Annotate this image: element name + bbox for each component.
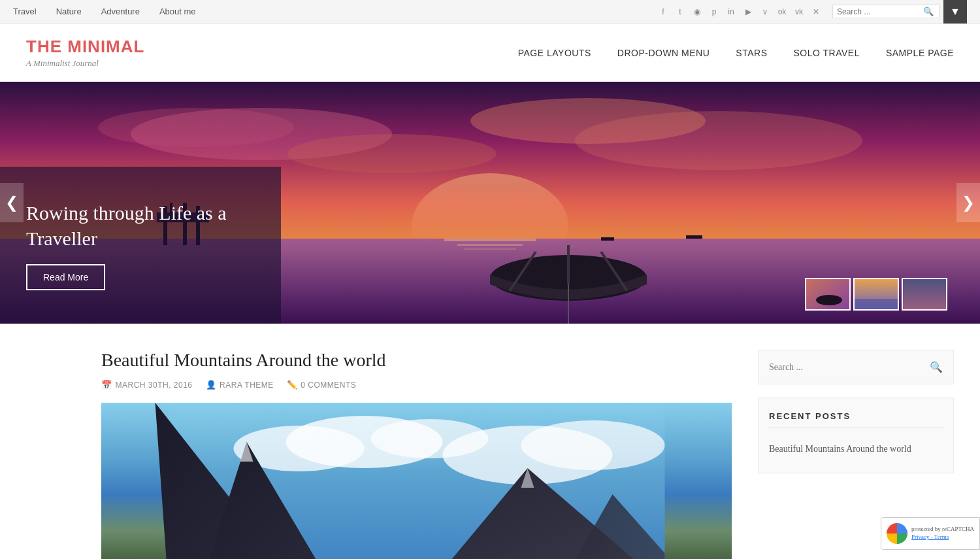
- nav-about[interactable]: About me: [159, 7, 196, 16]
- post-area: Beautiful Mountains Around the world 📅 M…: [101, 350, 732, 559]
- slider-thumb-2[interactable]: [853, 278, 899, 311]
- recent-posts-title: RECENT POSTS: [769, 411, 943, 428]
- nav-nature[interactable]: Nature: [56, 7, 82, 16]
- site-logo[interactable]: THE MINIMAL A Minimalist Journal: [26, 37, 144, 69]
- recent-post-item[interactable]: Beautiful Mountains Around the world: [769, 439, 943, 460]
- main-content: Beautiful Mountains Around the world 📅 M…: [0, 324, 980, 559]
- instagram-icon[interactable]: ◉: [691, 6, 703, 18]
- sidebar-search-input[interactable]: [769, 362, 930, 373]
- pinterest-icon[interactable]: p: [708, 6, 720, 18]
- nav-adventure[interactable]: Adventure: [101, 7, 140, 16]
- top-search-input[interactable]: [837, 7, 922, 16]
- post-author: 👤 RARA THEME: [206, 380, 274, 390]
- vimeo-icon[interactable]: v: [759, 6, 771, 18]
- search-widget: 🔍: [758, 350, 954, 384]
- hero-slider: Rowing through Life as a Traveller Read …: [0, 82, 980, 324]
- calendar-icon: 📅: [101, 380, 112, 390]
- slider-thumb-3[interactable]: [902, 278, 947, 311]
- facebook-icon[interactable]: f: [657, 6, 669, 18]
- post-comments: ✏️ 0 COMMENTS: [287, 380, 357, 390]
- comments-icon: ✏️: [287, 380, 298, 390]
- site-tagline: A Minimalist Journal: [26, 58, 144, 69]
- nav-dropdown-menu[interactable]: DROP-DOWN MENU: [617, 48, 710, 58]
- hero-text-box: Rowing through Life as a Traveller Read …: [0, 167, 281, 324]
- slider-next-button[interactable]: ❯: [956, 183, 980, 222]
- recent-posts-widget: RECENT POSTS Beautiful Mountains Around …: [758, 398, 954, 473]
- social-icons: f t ◉ p in ▶ v ok vk ✕: [657, 6, 822, 18]
- xing-icon[interactable]: ✕: [810, 6, 822, 18]
- nav-travel[interactable]: Travel: [13, 7, 37, 16]
- svg-point-25: [816, 295, 842, 305]
- author-icon: 👤: [206, 380, 217, 390]
- svg-rect-27: [855, 299, 899, 311]
- dropdown-toggle[interactable]: ▼: [943, 0, 967, 24]
- recaptcha-badge: protected by reCAPTCHA Privacy - Terms: [881, 517, 980, 550]
- nav-sample-page[interactable]: SAMPLE PAGE: [886, 48, 954, 58]
- nav-solo-travel[interactable]: SOLO TRAVEL: [793, 48, 859, 58]
- top-navigation: Travel Nature Adventure About me: [13, 7, 196, 16]
- svg-rect-28: [903, 279, 947, 311]
- slider-thumb-1[interactable]: [805, 278, 851, 311]
- site-header: THE MINIMAL A Minimalist Journal PAGE LA…: [0, 24, 980, 82]
- site-title: THE MINIMAL: [26, 37, 144, 57]
- nav-stars[interactable]: STARS: [736, 48, 767, 58]
- post-image: [101, 403, 732, 559]
- recaptcha-text: protected by reCAPTCHA Privacy - Terms: [911, 526, 974, 541]
- linkedin-icon[interactable]: in: [725, 6, 737, 18]
- youtube-icon[interactable]: ▶: [742, 6, 754, 18]
- read-more-button[interactable]: Read More: [26, 264, 105, 290]
- svg-rect-24: [806, 279, 851, 311]
- post-date: 📅 MARCH 30TH, 2016: [101, 380, 193, 390]
- slider-thumbnails: [805, 278, 947, 311]
- nav-page-layouts[interactable]: PAGE LAYOUTS: [518, 48, 591, 58]
- slider-prev-button[interactable]: ❮: [0, 183, 24, 222]
- post-title: Beautiful Mountains Around the world: [101, 350, 732, 371]
- top-bar: Travel Nature Adventure About me f t ◉ p…: [0, 0, 980, 24]
- top-right-area: f t ◉ p in ▶ v ok vk ✕ 🔍 ▼: [657, 0, 967, 24]
- vk-icon[interactable]: vk: [793, 6, 805, 18]
- post-meta: 📅 MARCH 30TH, 2016 👤 RARA THEME ✏️ 0 COM…: [101, 380, 732, 390]
- hero-title: Rowing through Life as a Traveller: [26, 200, 255, 251]
- odnoklassniki-icon[interactable]: ok: [776, 6, 788, 18]
- recaptcha-logo: [887, 523, 907, 544]
- main-navigation: PAGE LAYOUTS DROP-DOWN MENU STARS SOLO T…: [518, 48, 954, 58]
- svg-point-35: [521, 420, 665, 470]
- sidebar-search-button[interactable]: 🔍: [930, 361, 943, 373]
- twitter-icon[interactable]: t: [674, 6, 686, 18]
- top-search-form: 🔍: [832, 5, 939, 18]
- top-search-button[interactable]: 🔍: [922, 7, 935, 16]
